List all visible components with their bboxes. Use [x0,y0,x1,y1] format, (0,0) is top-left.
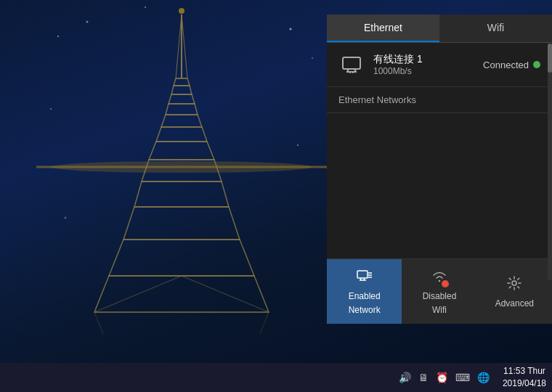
enabled-network-line1: Enabled [349,291,381,301]
scrollbar-thumb[interactable] [548,44,552,73]
tab-wifi[interactable]: Wifi [439,15,552,42]
disabled-wifi-line2: Wifi [432,305,447,315]
network-list [327,113,552,258]
svg-marker-5 [134,181,229,207]
globe-icon[interactable]: 🌐 [477,372,490,383]
svg-marker-10 [166,104,198,115]
svg-marker-4 [123,207,240,240]
desktop: Ethernet Wifi 有线连接 1 1000Mb/s [0,0,552,392]
svg-marker-2 [94,276,269,312]
tower-illustration [36,0,327,334]
svg-line-18 [182,276,269,312]
disabled-wifi-button[interactable]: Disabled Wifi [402,259,476,324]
svg-point-24 [312,57,313,59]
svg-point-22 [145,7,146,8]
scrollbar[interactable] [548,44,552,280]
clock-time: 11:53 Thur [503,365,546,377]
connection-status: Connected [483,60,540,70]
svg-point-16 [179,8,184,14]
svg-marker-8 [156,127,207,142]
disabled-wifi-icon [431,268,447,287]
svg-marker-19 [94,312,269,334]
taskbar-clock[interactable]: 11:53 Thur 2019/04/18 [497,364,552,391]
svg-point-20 [57,36,59,37]
connection-text: 有线连接 1 1000Mb/s [373,53,483,76]
advanced-button[interactable]: Advanced [477,259,552,324]
taskbar-icons: 🔊 🖥 ⏰ ⌨ 🌐 [399,372,497,383]
keyboard-icon[interactable]: ⌨ [455,372,470,383]
network-panel: Ethernet Wifi 有线连接 1 1000Mb/s [327,15,552,324]
svg-marker-12 [171,86,192,94]
enabled-network-button[interactable]: Enabled Network [327,259,402,324]
clock-icon[interactable]: ⏰ [436,372,448,383]
svg-marker-7 [149,142,214,160]
connection-name: 有线连接 1 [373,53,483,66]
svg-point-23 [290,28,292,30]
svg-marker-13 [174,78,190,86]
advanced-icon [506,275,522,295]
advanced-label: Advanced [495,298,534,309]
connection-speed: 1000Mb/s [373,66,483,76]
svg-point-27 [297,144,299,146]
volume-icon[interactable]: 🔊 [399,372,411,383]
disabled-wifi-line1: Disabled [423,291,457,301]
ethernet-networks-label: Ethernet Networks [327,87,552,113]
svg-marker-9 [161,115,202,127]
svg-point-21 [86,21,89,23]
svg-point-41 [512,281,516,285]
tabs-container: Ethernet Wifi [327,15,552,43]
status-dot [533,61,540,68]
svg-marker-11 [169,94,195,104]
taskbar: 🔊 🖥 ⏰ ⌨ 🌐 11:53 Thur 2019/04/18 [0,363,552,392]
clock-date: 2019/04/18 [503,377,546,390]
connection-item[interactable]: 有线连接 1 1000Mb/s Connected [327,43,552,87]
svg-line-17 [94,276,182,312]
svg-point-25 [50,108,52,110]
enabled-network-line2: Network [349,305,381,315]
status-text: Connected [483,60,529,70]
svg-point-26 [65,217,67,219]
svg-rect-34 [357,271,368,278]
svg-marker-3 [109,240,254,276]
bottom-buttons: Enabled Network Disabled Wifi [327,258,552,324]
svg-point-1 [51,161,312,173]
svg-rect-28 [343,57,360,69]
display-icon[interactable]: 🖥 [418,372,429,383]
wifi-disabled-indicator [444,282,450,289]
tab-ethernet[interactable]: Ethernet [327,15,439,42]
ethernet-icon [338,52,365,78]
enabled-network-icon [357,268,373,287]
